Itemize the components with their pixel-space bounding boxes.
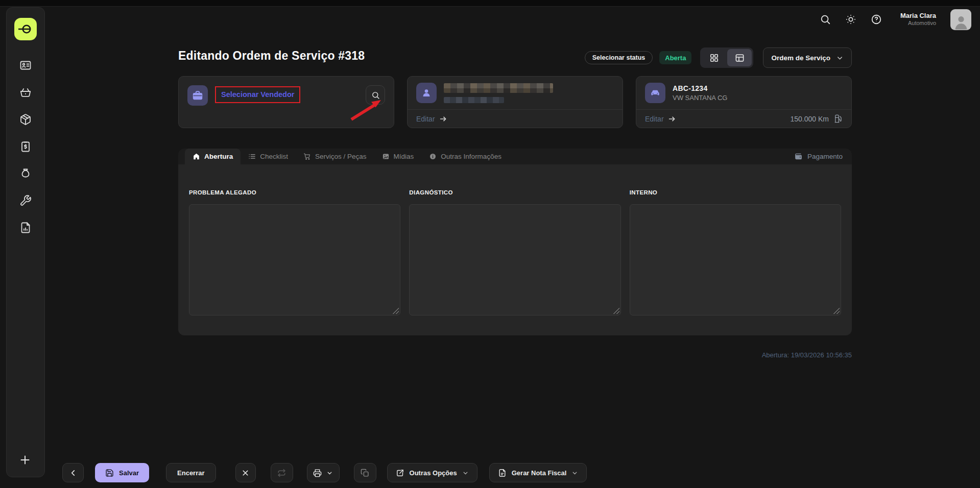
x-icon	[241, 469, 250, 477]
select-status-button[interactable]: Selecionar status	[585, 51, 653, 64]
user-block[interactable]: Maria Clara Automotivo	[900, 12, 936, 27]
chevron-down-icon	[462, 470, 469, 476]
tab-pagamento[interactable]: Pagamento	[794, 149, 843, 164]
vehicle-info: ABC-1234 VW SANTANA CG	[673, 84, 727, 102]
briefcase-icon	[187, 85, 208, 106]
generate-invoice-label: Gerar Nota Fiscal	[512, 469, 567, 477]
status-badge: Aberta	[659, 51, 691, 64]
vehicle-card[interactable]: ABC-1234 VW SANTANA CG Editar 150.000 Km	[636, 76, 852, 128]
grid-icon	[709, 53, 719, 63]
user-name: Maria Clara	[900, 12, 936, 20]
doc-type-label: Ordem de Serviço	[771, 54, 830, 62]
order-panel: Abertura Checklist Serviços / Peças	[178, 149, 852, 335]
repeat-icon	[277, 469, 286, 477]
plus-icon[interactable]	[18, 453, 33, 468]
problema-alegado-textarea[interactable]	[189, 204, 400, 315]
redacted-customer-detail	[444, 97, 504, 103]
clipboard-receipt-icon[interactable]	[19, 140, 32, 153]
wallet-icon	[794, 152, 803, 161]
tab-label: Serviços / Peças	[315, 153, 367, 160]
diagnostico-textarea[interactable]	[409, 204, 620, 315]
list-icon	[248, 153, 256, 160]
vendor-search-button[interactable]	[366, 85, 385, 105]
duplicate-button[interactable]	[354, 463, 376, 482]
generate-invoice-button[interactable]: Gerar Nota Fiscal	[489, 463, 587, 482]
field-label: INTERNO	[630, 189, 841, 196]
shopping-basket-icon[interactable]	[19, 86, 32, 99]
more-options-label: Outras Opções	[410, 469, 457, 477]
logo-e-icon	[17, 20, 34, 38]
grid-view-button[interactable]	[702, 49, 726, 66]
redacted-customer-name	[444, 83, 553, 93]
close-order-button[interactable]: Encerrar	[166, 463, 216, 482]
arrow-right-icon	[439, 115, 447, 123]
tab-servicos-pecas[interactable]: Serviços / Peças	[296, 149, 374, 164]
field-label: DIAGNÓSTICO	[409, 189, 620, 196]
avatar[interactable]	[950, 9, 971, 30]
field-label: PROBLEMA ALEGADO	[189, 189, 400, 196]
topbar: Maria Clara Automotivo	[820, 8, 971, 31]
home-icon	[193, 153, 200, 160]
tab-abertura[interactable]: Abertura	[185, 149, 241, 164]
fuel-pump-icon[interactable]	[834, 114, 843, 123]
table-view-button[interactable]	[727, 49, 752, 66]
app-logo[interactable]	[14, 18, 37, 40]
chevron-left-icon	[69, 469, 78, 477]
redacted-customer-info	[444, 83, 553, 103]
app-window: Maria Clara Automotivo Editando Ordem de…	[0, 0, 980, 488]
more-options-button[interactable]: Outras Opções	[387, 463, 477, 482]
select-vendor-link[interactable]: Selecionar Vendedor	[221, 90, 294, 99]
contact-card-icon[interactable]	[19, 59, 32, 71]
external-link-icon	[396, 469, 404, 477]
table-icon	[735, 53, 745, 63]
save-button[interactable]: Salvar	[95, 463, 149, 482]
image-icon	[382, 153, 390, 160]
doc-type-select[interactable]: Ordem de Serviço	[763, 47, 852, 68]
wrench-icon[interactable]	[19, 194, 32, 207]
save-floppy-icon	[105, 469, 114, 477]
cards-row: Selecionar Vendedor	[178, 76, 852, 128]
tab-label: Outras Informações	[441, 153, 501, 160]
tab-label: Mídias	[394, 153, 414, 160]
vehicle-model: VW SANTANA CG	[673, 94, 727, 102]
opened-at-timestamp: Abertura: 19/03/2026 10:56:35	[762, 351, 852, 359]
tabstrip: Abertura Checklist Serviços / Peças	[178, 149, 852, 164]
report-file-icon[interactable]	[19, 222, 32, 234]
tab-outras-informacoes[interactable]: Outras Informações	[421, 149, 509, 164]
help-icon[interactable]	[871, 14, 882, 25]
tab-label: Pagamento	[807, 153, 843, 160]
field-problema-alegado: PROBLEMA ALEGADO	[189, 189, 400, 318]
tab-checklist[interactable]: Checklist	[241, 149, 296, 164]
page-title: Editando Ordem de Serviço #318	[178, 49, 365, 63]
vehicle-edit-link[interactable]: Editar	[645, 115, 664, 123]
package-icon[interactable]	[19, 113, 32, 126]
user-role: Automotivo	[900, 20, 936, 27]
cancel-button[interactable]	[235, 463, 256, 482]
customer-edit-link[interactable]: Editar	[416, 115, 435, 123]
tab-midias[interactable]: Mídias	[374, 149, 422, 164]
print-button[interactable]	[307, 463, 340, 482]
person-silhouette-icon	[953, 14, 969, 30]
person-icon	[416, 83, 437, 103]
tab-label: Checklist	[260, 153, 288, 160]
customer-card[interactable]: Editar	[407, 76, 623, 128]
magnifier-icon	[371, 91, 380, 100]
vendor-card: Selecionar Vendedor	[178, 76, 394, 128]
vehicle-plate: ABC-1234	[673, 84, 727, 92]
back-button[interactable]	[62, 463, 84, 482]
view-toggle	[700, 47, 753, 68]
save-label: Salvar	[119, 469, 139, 477]
chevron-down-icon	[571, 470, 578, 476]
chevron-down-icon	[836, 54, 844, 62]
car-icon	[645, 83, 665, 103]
money-bag-icon[interactable]	[19, 167, 32, 180]
copy-icon	[361, 469, 369, 477]
interno-textarea[interactable]	[630, 204, 841, 315]
theme-sun-icon[interactable]	[845, 14, 856, 25]
status-row: Selecionar status Aberta Ordem de Serviç…	[585, 47, 852, 68]
field-diagnostico: DIAGNÓSTICO	[409, 189, 620, 318]
invoice-file-icon	[498, 469, 507, 477]
search-icon[interactable]	[820, 14, 831, 25]
repeat-button[interactable]	[271, 463, 293, 482]
tab-label: Abertura	[204, 153, 233, 160]
